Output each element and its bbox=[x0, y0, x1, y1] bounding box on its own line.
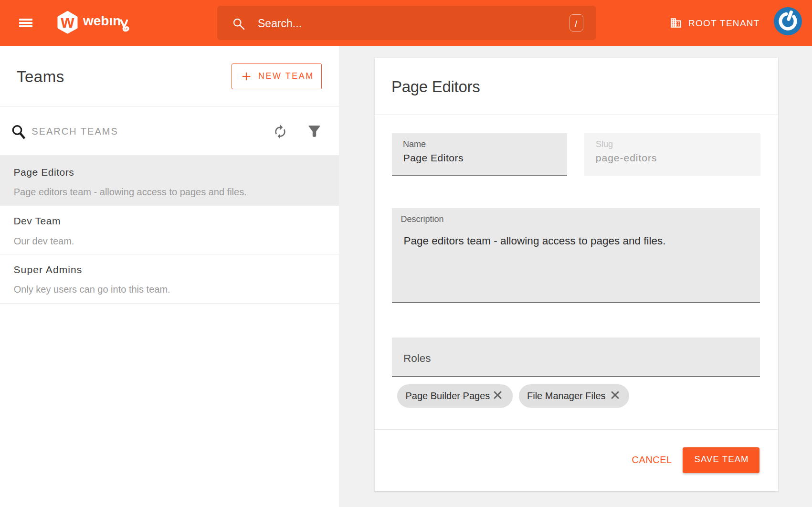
svg-text:w: w bbox=[60, 12, 74, 32]
